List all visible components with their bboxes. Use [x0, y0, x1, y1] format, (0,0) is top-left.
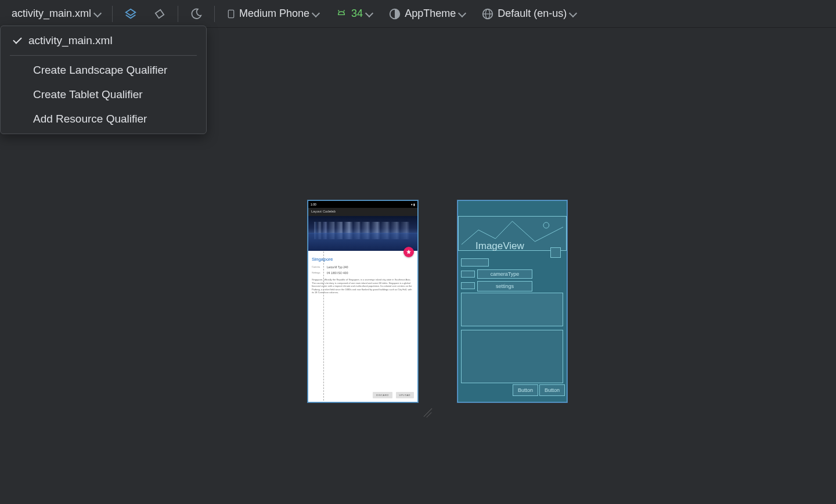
bp-title-box[interactable] [461, 258, 489, 267]
dropdown-item-current-file[interactable]: activity_main.xml [1, 28, 206, 53]
chevron-down-icon [366, 11, 372, 17]
globe-icon [481, 8, 494, 20]
file-selector[interactable]: activity_main.xml [5, 4, 107, 23]
dropdown-item-add-resource[interactable]: Add Resource Qualifier [1, 107, 206, 131]
guideline [323, 251, 324, 401]
chevron-down-icon [459, 11, 465, 17]
theme-selector[interactable]: AppTheme [381, 4, 472, 24]
camera-row: Camera Leica M Typ 240 [312, 265, 414, 269]
title-text: Singapore [312, 257, 414, 262]
status-time: 1:00 [311, 203, 316, 206]
android-icon [335, 9, 348, 19]
chevron-down-icon [95, 11, 100, 17]
dropdown-item-tablet[interactable]: Create Tablet Qualifier [1, 82, 206, 107]
upload-button[interactable]: UPLOAD [396, 392, 414, 398]
bp-camera-label-box[interactable] [461, 271, 475, 278]
settings-value: f/4 1/80 ISO 400 [327, 271, 348, 275]
toolbar-separator [214, 6, 215, 22]
status-icons: ▾ ▮ [411, 203, 415, 206]
dropdown-landscape-label: Create Landscape Qualifier [33, 64, 167, 77]
file-dropdown-menu: activity_main.xml Create Landscape Quali… [0, 26, 207, 134]
device-selector[interactable]: Medium Phone [219, 4, 326, 24]
device-label: Medium Phone [239, 8, 309, 20]
dropdown-file-label: activity_main.xml [28, 34, 113, 47]
toolbar-separator [112, 6, 113, 22]
rotate-icon [153, 8, 166, 20]
resize-handle[interactable] [421, 404, 434, 417]
settings-label: Settings [312, 271, 323, 275]
content-area: Singapore Camera Leica M Typ 240 Setting… [308, 251, 417, 297]
phone-icon [226, 8, 236, 20]
bp-settings-value-box[interactable]: settings [477, 281, 532, 291]
dropdown-item-landscape[interactable]: Create Landscape Qualifier [1, 58, 206, 82]
star-icon [406, 249, 412, 255]
file-name-label: activity_main.xml [12, 8, 91, 20]
design-toolbar: activity_main.xml Medium Phone 3 [0, 0, 836, 28]
svg-line-1 [338, 10, 339, 12]
bp-fab[interactable] [550, 247, 561, 258]
layers-icon [124, 8, 137, 20]
camera-label: Camera [312, 265, 323, 269]
fab-star[interactable] [403, 247, 414, 257]
bp-textview-box[interactable] [461, 293, 563, 326]
bp-button-2[interactable]: Button [539, 384, 565, 396]
theme-label: AppTheme [405, 8, 456, 20]
dropdown-add-resource-label: Add Resource Qualifier [33, 113, 147, 125]
button-row: DISCARD UPLOAD [373, 392, 414, 398]
camera-value: Leica M Typ 240 [327, 265, 348, 269]
bp-camera-value-box[interactable]: cameraType [477, 269, 532, 279]
design-surface-toggle[interactable] [117, 4, 144, 24]
settings-row: Settings f/4 1/80 ISO 400 [312, 271, 414, 275]
svg-line-2 [344, 10, 344, 12]
chevron-down-icon [313, 11, 319, 17]
theme-icon [388, 8, 401, 20]
bp-settings-label-box[interactable] [461, 282, 475, 289]
api-selector[interactable]: 34 [328, 4, 379, 23]
hero-image [308, 216, 417, 251]
night-mode-toggle[interactable] [183, 4, 210, 24]
moon-icon [190, 8, 203, 20]
toolbar-separator [178, 6, 178, 22]
body-text: Singapore, officially the Republic of Si… [312, 278, 414, 294]
svg-rect-0 [228, 10, 233, 17]
orientation-toggle[interactable] [146, 4, 173, 24]
locale-label: Default (en-us) [498, 8, 567, 20]
design-preview[interactable]: 1:00 ▾ ▮ Layout Codelab Singapore Camera… [308, 200, 418, 402]
discard-button[interactable]: DISCARD [373, 392, 392, 398]
svg-point-7 [543, 222, 549, 228]
bp-body-box[interactable] [461, 330, 563, 383]
chevron-down-icon [570, 11, 576, 17]
bp-statusbar-area [458, 201, 567, 216]
status-bar: 1:00 ▾ ▮ [308, 201, 417, 208]
bp-imageview-label: ImageView [475, 240, 524, 252]
locale-selector[interactable]: Default (en-us) [474, 4, 583, 24]
blueprint-preview[interactable]: ImageView cameraType settings TextView B… [457, 200, 567, 402]
check-icon [13, 36, 23, 45]
bp-button-1[interactable]: Button [513, 384, 538, 396]
app-title: Layout Codelab [311, 210, 336, 213]
app-bar: Layout Codelab [308, 208, 417, 216]
dropdown-tablet-label: Create Tablet Qualifier [33, 88, 143, 101]
api-label: 34 [351, 8, 363, 20]
dropdown-separator [10, 55, 197, 56]
